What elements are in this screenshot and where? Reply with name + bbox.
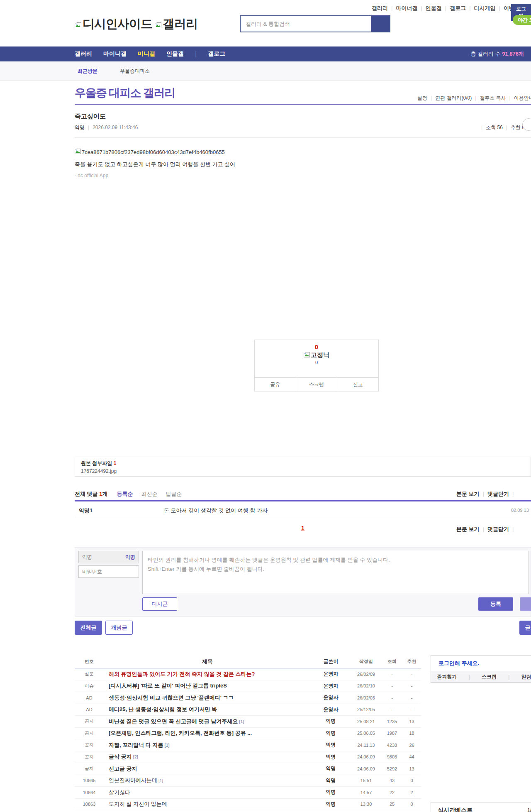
attachment-box: 원본 첨부파일 1 1767224492.jpg — [75, 457, 531, 477]
table-row[interactable]: AD 생동성·임상시험 비교 귀찮으면 그냥 '플랜메디' ㄱㄱ 운영자 26/… — [75, 692, 421, 704]
write-post-button[interactable]: 글쓰기 — [519, 621, 531, 635]
table-row[interactable]: 이슈 [디시人터뷰] '따로 또 같이' 피어난 걸그룹 tripleS 운영자… — [75, 680, 421, 692]
table-row[interactable]: 설문 해외 유명인들과 있어도 기가 전혀 죽지 않을 것 같은 스타는? 운영… — [75, 668, 421, 680]
tab-scrap[interactable]: 스크랩 — [482, 673, 497, 680]
table-row[interactable]: 공지 글삭 공지[2] 익명 24.06.09 9803 44 — [75, 751, 421, 763]
post-link: 살기싫다 — [109, 789, 130, 795]
sort-newest[interactable]: 최신순 — [141, 490, 157, 498]
post-date: 2026.02.09 11:43:46 — [93, 125, 138, 130]
post-link: 자짤, 꼬리말닉 다 자름 — [109, 742, 163, 748]
share-bar: 공유 스크랩 신고 — [254, 378, 379, 391]
vote-box: 0 고정닉 0 — [254, 340, 379, 378]
post-link: 신고글 공지 — [109, 766, 137, 772]
comment-text: 돈 모아서 깊이 생각할 것 없이 여행 함 가자 — [164, 507, 268, 514]
util-link-gallog[interactable]: 갤로그 — [450, 5, 466, 11]
fixed-nick-row[interactable]: 고정닉 — [255, 351, 378, 359]
post-meta: 익명|2026.02.09 11:43:46 — [75, 124, 138, 131]
sort-reply[interactable]: 답글순 — [166, 490, 182, 498]
post-link: 일본진짜아예사는데 — [109, 777, 157, 783]
post-link: 도저히 살 자신이 없는데 — [109, 801, 167, 807]
copy-address-link[interactable]: 갤주소 복사 — [480, 95, 506, 101]
fixed-nick-label: 고정닉 — [311, 351, 329, 359]
comment-header: 전체 댓글 1개 등록순 최신순 답글순 — [75, 490, 190, 498]
util-link-gallery[interactable]: 갤러리 — [372, 5, 388, 11]
util-link-persongall[interactable]: 인물갤 — [426, 5, 442, 11]
comment-author[interactable]: 익명1 — [79, 507, 93, 514]
close-comments-link[interactable]: 댓글닫기 — [487, 491, 509, 497]
post-link: 생동성·임상시험 비교 귀찮으면 그냥 '플랜메디' ㄱㄱ — [109, 695, 234, 701]
comment-time: 02.09 13 — [511, 508, 529, 513]
nav-minigall[interactable]: 미니갤 — [138, 50, 155, 58]
nav-persongall[interactable]: 인물갤 — [166, 50, 184, 58]
usage-guide-link[interactable]: 이용안내 — [514, 95, 531, 101]
post-link: 해외 유명인들과 있어도 기가 전혀 죽지 않을 것 같은 스타는? — [109, 671, 255, 677]
table-row[interactable]: 10864 살기싫다 익명 14:57 22 2 — [75, 787, 421, 799]
tab-alerts[interactable]: 알림 — [521, 673, 531, 680]
nickname-type-label: 익명 — [125, 554, 135, 561]
sort-registered[interactable]: 등록순 — [117, 490, 133, 498]
submit-comment-button[interactable]: 등록 — [478, 597, 513, 611]
table-row[interactable]: 공지 [오픈채팅, 인스타그램, 라인, 카카오톡, 전화번호 등] 공유 ..… — [75, 728, 421, 740]
dcinside-gallery-page: 갤러리|마이너갤|인물갤|갤로그|디시게임|이벤트|디시콘 로그인 야간 모드 … — [0, 0, 531, 812]
nav-gallog[interactable]: 갤로그 — [208, 50, 225, 58]
downvote-count[interactable]: 0 — [255, 360, 378, 365]
report-button[interactable]: 신고 — [337, 378, 378, 391]
recent-visit-gallery[interactable]: 우울증대피소 — [120, 68, 150, 75]
nav-gallery[interactable]: 갤러리 — [75, 50, 92, 58]
table-row[interactable]: 10863 도저히 살 자신이 없는데 익명 13:30 25 0 — [75, 799, 421, 811]
util-link-dcgame[interactable]: 디시게임 — [474, 5, 496, 11]
upvote-count[interactable]: 0 — [255, 343, 378, 350]
comment-form: 익명 익명 타인의 권리를 침해하거나 명예를 훼손하는 댓글은 운영원칙 및 … — [75, 547, 531, 617]
filter-best-posts-button[interactable]: 개념글 — [105, 621, 133, 635]
table-row[interactable]: 10862 회사 적응하기가 너무 힘들다[4] 익명 — [75, 810, 421, 812]
post-image-broken: 7cea8671b7806cf237ed98bf06d60403c43d7ef4… — [75, 149, 225, 155]
attachment-filename[interactable]: 1767224492.jpg — [81, 468, 525, 474]
gallery-settings-link[interactable]: 설정 — [417, 95, 427, 101]
view-post-link[interactable]: 본문 보기 — [456, 491, 480, 497]
recent-visit-label[interactable]: 최근방문 — [78, 68, 97, 75]
table-row[interactable]: 공지 비난성 짙은 댓글 있으면 꼭 신고글에 댓글 남겨주세요[1] 익명 2… — [75, 716, 421, 728]
view-count: 조회 56 — [486, 125, 503, 130]
password-field[interactable] — [78, 565, 139, 578]
broken-image-icon — [75, 17, 81, 31]
util-link-minorgall[interactable]: 마이너갤 — [396, 5, 417, 11]
post-app-signature: - dc official App — [75, 173, 108, 179]
gallery-header-links: 설정|연관 갤러리(0/0)|갤주소 복사|이용안내 — [417, 95, 531, 102]
table-row[interactable]: AD 메디25, 난 생동성·임상시험 정보 여기서만 봐 운영자 25/12/… — [75, 704, 421, 716]
share-button[interactable]: 공유 — [255, 378, 296, 391]
search-bar — [240, 15, 390, 32]
table-row[interactable]: 공지 신고글 공지 익명 24.06.09 5292 13 — [75, 763, 421, 775]
view-post-link[interactable]: 본문 보기 — [456, 526, 480, 532]
comment-notice-2: Shift+Enter 키를 동시에 누르면 줄바꿈이 됩니다. — [148, 565, 524, 574]
submit-comment-button-2[interactable]: 등록 — [520, 597, 531, 611]
nav-minorgall[interactable]: 마이너갤 — [103, 50, 127, 58]
login-notice[interactable]: 로그인해 주세요. — [431, 655, 531, 671]
broken-image-icon — [75, 149, 81, 155]
post-link: [디시人터뷰] '따로 또 같이' 피어난 걸그룹 tripleS — [109, 682, 227, 689]
filter-all-posts-button[interactable]: 전체글 — [75, 621, 102, 635]
site-logo[interactable]: 디시인사이드 갤러리 — [75, 16, 197, 32]
table-row[interactable]: 공지 자짤, 꼬리말닉 다 자름[1] 익명 24.11.13 4238 26 — [75, 739, 421, 751]
attachment-label: 원본 첨부파일 1 — [81, 460, 525, 467]
post-title: 죽고싶어도 — [75, 113, 106, 120]
broken-image-icon — [304, 352, 310, 359]
scrap-button[interactable]: 스크랩 — [296, 378, 337, 391]
search-input[interactable] — [240, 15, 371, 32]
search-button[interactable] — [371, 15, 390, 32]
comment-textarea[interactable]: 타인의 권리를 침해하거나 명예를 훼손하는 댓글은 운영원칙 및 관련 법률에… — [142, 551, 529, 594]
realtime-best-pager[interactable]: 1/ — [527, 807, 531, 812]
related-gallery-link[interactable]: 연관 갤러리(0/0) — [435, 95, 472, 101]
comment-page-1[interactable]: 1 — [290, 525, 315, 531]
table-row[interactable]: 10865 일본진짜아예사는데[1] 익명 15:51 43 0 — [75, 775, 421, 787]
attachment-count: 1 — [114, 460, 117, 466]
nickname-field[interactable]: 익명 익명 — [78, 551, 139, 563]
close-comments-link[interactable]: 댓글닫기 — [487, 526, 509, 532]
post-link: 메디25, 난 생동성·임상시험 정보 여기서만 봐 — [109, 706, 217, 712]
post-body-text: 죽을 용기도 없고 하고싶은게 너무 많아 멀리 여행을 한번 가고 싶어 — [75, 161, 235, 168]
night-mode-toggle[interactable]: 야간 모드 — [513, 15, 531, 25]
page-title[interactable]: 우울증 대피소 갤러리 — [75, 86, 175, 100]
dccon-button[interactable]: 디시콘 — [142, 597, 177, 611]
post-link: [오픈채팅, 인스타그램, 라인, 카카오톡, 전화번호 등] 공유 ... — [109, 730, 252, 736]
comment-footer-links: 본문 보기|댓글닫기| — [456, 526, 517, 533]
tab-favorites[interactable]: 즐겨찾기 — [437, 673, 457, 680]
